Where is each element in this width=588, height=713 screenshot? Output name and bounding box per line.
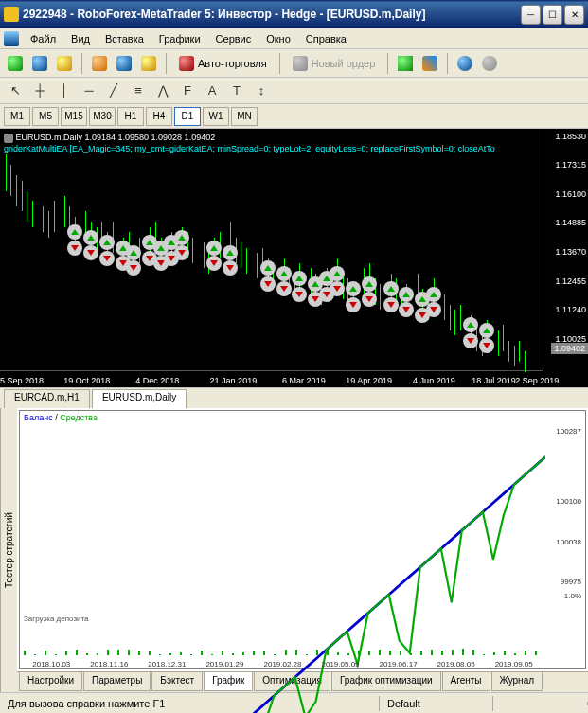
trade-marker-buy-icon[interactable]	[223, 245, 238, 260]
trade-marker-buy-icon[interactable]	[330, 266, 345, 281]
trade-marker-sell-icon[interactable]	[292, 287, 307, 302]
strategy-tester-panel: Тестер стратегий Баланс / Средства Загру…	[0, 408, 588, 692]
chart-header: EURUSD.m,Daily 1.09184 1.09580 1.09028 1…	[4, 133, 541, 154]
trade-marker-buy-icon[interactable]	[206, 241, 222, 256]
autotrading-button[interactable]: Авто-торговля	[172, 52, 274, 75]
new-chart-button[interactable]	[4, 52, 27, 75]
timeframe-M30[interactable]: M30	[89, 107, 116, 126]
minimize-button[interactable]: ─	[521, 5, 541, 25]
trade-marker-sell-icon[interactable]	[399, 302, 414, 317]
trade-marker-sell-icon[interactable]	[223, 260, 238, 276]
draw-tool-0[interactable]: ↖	[4, 80, 27, 102]
draw-tool-4[interactable]: ╱	[102, 80, 125, 102]
trade-marker-buy-icon[interactable]	[174, 230, 189, 245]
tester-sidebar-handle[interactable]: Тестер стратегий	[0, 408, 17, 692]
trade-marker-sell-icon[interactable]	[383, 297, 399, 312]
menu-Справка[interactable]: Справка	[298, 31, 354, 46]
deposit-bars	[24, 627, 545, 655]
menu-Вид[interactable]: Вид	[63, 31, 98, 46]
trade-marker-sell-icon[interactable]	[346, 297, 361, 312]
trade-marker-sell-icon[interactable]	[463, 333, 478, 348]
trade-marker-sell-icon[interactable]	[206, 256, 222, 271]
draw-tool-6[interactable]: ⋀	[151, 80, 174, 102]
trade-marker-buy-icon[interactable]	[346, 281, 361, 296]
trade-marker-buy-icon[interactable]	[362, 276, 377, 292]
tester-button[interactable]	[137, 52, 160, 75]
tester-y-axis: 100287100100100038999751.0%	[545, 411, 585, 612]
trade-marker-sell-icon[interactable]	[83, 245, 98, 260]
trade-marker-sell-icon[interactable]	[426, 302, 441, 317]
trade-marker-sell-icon[interactable]	[174, 245, 189, 260]
trade-marker-sell-icon[interactable]	[126, 260, 141, 276]
tester-x-axis: 2018.10.032018.11.162018.12.312019.01.29…	[20, 655, 545, 668]
maximize-button[interactable]: ☐	[543, 5, 562, 25]
depth-button[interactable]	[394, 52, 417, 75]
app-menu-icon[interactable]	[4, 31, 19, 46]
profiles-button[interactable]	[28, 52, 51, 75]
search-button[interactable]	[478, 52, 501, 75]
main-toolbar: Авто-торговля Новый ордер	[0, 49, 588, 78]
menu-Графики[interactable]: Графики	[151, 31, 208, 46]
draw-tool-1[interactable]: ┼	[28, 80, 51, 102]
timeframe-W1[interactable]: W1	[203, 107, 229, 126]
window-title: 2922948 - RoboForex-MetaTrader 5: Инвест…	[23, 8, 519, 21]
timeframe-M5[interactable]: M5	[32, 107, 59, 126]
trade-marker-buy-icon[interactable]	[260, 260, 276, 276]
trade-marker-sell-icon[interactable]	[260, 276, 276, 292]
trade-marker-sell-icon[interactable]	[362, 292, 377, 307]
navigator-button[interactable]	[88, 52, 111, 75]
app-icon	[4, 7, 19, 22]
chart-y-axis: 1.185301.173151.161001.148851.136701.124…	[543, 129, 588, 370]
draw-tool-5[interactable]: ≡	[127, 80, 150, 102]
trade-marker-buy-icon[interactable]	[399, 287, 414, 302]
chart-tab[interactable]: EURUSD.m,Daily	[92, 389, 187, 408]
draw-tool-10[interactable]: ↕	[250, 80, 273, 102]
trade-marker-sell-icon[interactable]	[67, 241, 82, 256]
timeframe-D1[interactable]: D1	[174, 107, 201, 126]
deposit-load-label: Загрузка депозита	[24, 615, 89, 623]
draw-tool-3[interactable]: ─	[78, 80, 100, 102]
timeframe-M15[interactable]: M15	[61, 107, 87, 126]
trade-marker-buy-icon[interactable]	[67, 224, 82, 240]
timeframe-M1[interactable]: M1	[4, 107, 30, 126]
tester-equity-chart[interactable]: Баланс / Средства Загрузка депозита 1002…	[19, 410, 586, 669]
timeframe-MN[interactable]: MN	[231, 107, 258, 126]
toolbox-button[interactable]	[113, 52, 135, 75]
indicators-button[interactable]	[419, 52, 441, 75]
trade-marker-buy-icon[interactable]	[383, 281, 399, 296]
current-price-tag: 1.09402	[551, 343, 588, 354]
menu-Сервис[interactable]: Сервис	[208, 31, 259, 46]
menu-Окно[interactable]: Окно	[258, 31, 298, 46]
menu-bar: ФайлВидВставкаГрафикиСервисОкноСправка	[0, 28, 588, 49]
trade-marker-buy-icon[interactable]	[99, 235, 115, 250]
menu-Вставка[interactable]: Вставка	[98, 31, 151, 46]
trade-marker-buy-icon[interactable]	[83, 230, 98, 245]
chart-x-axis: 5 Sep 201819 Oct 20184 Dec 201821 Jan 20…	[0, 370, 543, 387]
timeframe-H1[interactable]: H1	[117, 107, 144, 126]
trade-marker-buy-icon[interactable]	[126, 245, 141, 260]
chat-button[interactable]	[454, 52, 476, 75]
timeframe-bar: M1M5M15M30H1H4D1W1MN	[0, 104, 588, 129]
trade-marker-buy-icon[interactable]	[276, 266, 292, 281]
drawing-toolbar: ↖┼│─╱≡⋀FAT↕	[0, 78, 588, 104]
new-order-button[interactable]: Новый ордер	[286, 52, 383, 75]
price-chart[interactable]: EURUSD.m,Daily 1.09184 1.09580 1.09028 1…	[0, 129, 588, 387]
trade-marker-buy-icon[interactable]	[426, 287, 441, 302]
timeframe-H4[interactable]: H4	[146, 107, 172, 126]
trade-marker-buy-icon[interactable]	[479, 323, 494, 338]
trade-marker-sell-icon[interactable]	[276, 281, 292, 296]
trade-marker-sell-icon[interactable]	[479, 338, 494, 353]
market-watch-button[interactable]	[53, 52, 76, 75]
trade-marker-sell-icon[interactable]	[99, 251, 115, 266]
trade-marker-sell-icon[interactable]	[330, 281, 345, 296]
draw-tool-7[interactable]: F	[176, 80, 199, 102]
draw-tool-9[interactable]: T	[225, 80, 248, 102]
close-button[interactable]: ✕	[564, 5, 584, 25]
draw-tool-8[interactable]: A	[201, 80, 223, 102]
window-titlebar: 2922948 - RoboForex-MetaTrader 5: Инвест…	[0, 0, 588, 28]
menu-Файл[interactable]: Файл	[23, 31, 63, 46]
chart-tab[interactable]: EURCAD.m,H1	[4, 389, 90, 408]
draw-tool-2[interactable]: │	[53, 80, 76, 102]
trade-marker-buy-icon[interactable]	[292, 271, 307, 286]
trade-marker-buy-icon[interactable]	[463, 317, 478, 332]
